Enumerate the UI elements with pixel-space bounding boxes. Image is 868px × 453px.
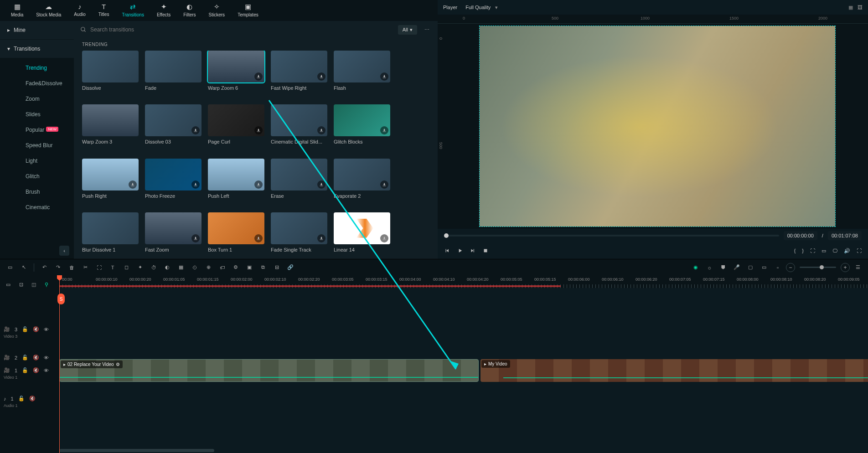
nav-tab-media[interactable]: ▦Media: [5, 2, 30, 18]
download-icon[interactable]: [380, 234, 388, 242]
track-head-audio1[interactable]: ♪1🔓🔇 Audio 1: [0, 392, 59, 410]
transition-card[interactable]: Linear 14: [334, 212, 390, 259]
play-button[interactable]: [457, 247, 463, 254]
nav-tab-effects[interactable]: ✦Effects: [150, 2, 177, 18]
mute-icon[interactable]: 🔇: [33, 355, 39, 360]
sidebar-item-light[interactable]: Light: [0, 153, 74, 169]
mark-out-button[interactable]: }: [802, 248, 804, 253]
tl-magnet-button[interactable]: ⚲: [42, 280, 51, 289]
search-box[interactable]: [80, 26, 393, 33]
transition-thumb[interactable]: [145, 159, 202, 190]
timer-button[interactable]: ⏲: [189, 262, 200, 273]
mask-button[interactable]: ◻: [121, 262, 132, 273]
transition-card[interactable]: Push Right: [82, 159, 139, 205]
speed-button[interactable]: ⏱: [148, 262, 159, 273]
select-tool[interactable]: ▭: [5, 262, 16, 273]
transition-card[interactable]: Erase: [271, 159, 327, 205]
download-icon[interactable]: [317, 180, 326, 189]
slider-handle[interactable]: S: [57, 293, 65, 304]
transition-thumb[interactable]: [271, 104, 327, 136]
more-menu[interactable]: ⋯: [423, 25, 431, 35]
display-icon[interactable]: 🖵: [832, 248, 837, 253]
download-icon[interactable]: [191, 180, 200, 189]
settings-icon[interactable]: ☼: [704, 262, 715, 273]
cut-button[interactable]: ✂: [80, 262, 91, 273]
crop-icon[interactable]: ⛶: [810, 248, 815, 253]
search-input[interactable]: [90, 26, 393, 33]
pointer-tool[interactable]: ↖: [18, 262, 29, 273]
lock-icon[interactable]: 🔓: [22, 326, 28, 332]
mute-icon[interactable]: 🔇: [33, 326, 39, 332]
transition-card[interactable]: Box Turn 1: [208, 212, 264, 259]
transition-thumb[interactable]: [145, 51, 202, 82]
transition-thumb[interactable]: [334, 212, 390, 244]
stabilize-button[interactable]: ▦: [176, 262, 186, 273]
download-icon[interactable]: [191, 234, 200, 242]
clip-replace-your-video[interactable]: ▸02 Replace Your Video⚙: [59, 359, 479, 382]
eye-icon[interactable]: 👁: [44, 327, 49, 332]
shield-icon[interactable]: ⛊: [718, 262, 728, 273]
lock-icon[interactable]: 🔓: [18, 396, 25, 402]
eye-icon[interactable]: 👁: [44, 355, 49, 360]
sidebar-item-glitch[interactable]: Glitch: [0, 169, 74, 184]
sidebar-item-cinematic[interactable]: Cinematic: [0, 200, 74, 215]
timeline-ruler[interactable]: 00:0000:00:00:1000:00:00:2000:00:01:0500…: [59, 275, 868, 288]
volume-icon[interactable]: 🔊: [844, 248, 850, 254]
track-head-video3[interactable]: 🎥3🔓🔇👁 Video 3: [0, 323, 59, 351]
transition-thumb[interactable]: [82, 212, 139, 244]
tl-view1-button[interactable]: ▭: [4, 280, 13, 289]
nav-tab-filters[interactable]: ◐Filters: [177, 2, 202, 18]
zoom-in-button[interactable]: +: [841, 263, 850, 272]
transition-card[interactable]: Glitch Blocks: [334, 104, 390, 151]
sidebar-collapse-button[interactable]: ‹: [59, 246, 69, 256]
mute-icon[interactable]: 🔇: [33, 367, 39, 373]
download-icon[interactable]: [317, 126, 326, 134]
download-icon[interactable]: [380, 180, 388, 189]
scrub-handle[interactable]: [444, 233, 449, 238]
transition-card[interactable]: Dissolve 03: [145, 104, 202, 151]
grid-view-icon[interactable]: ▦: [848, 5, 853, 10]
focus-button[interactable]: ⊕: [203, 262, 214, 273]
stop-button[interactable]: [482, 247, 489, 254]
transition-thumb[interactable]: [208, 159, 264, 190]
sidebar-item-speedblur[interactable]: Speed Blur: [0, 138, 74, 153]
transition-thumb[interactable]: [82, 104, 139, 136]
transition-card[interactable]: Warp Zoom 3: [82, 104, 139, 151]
nav-tab-templates[interactable]: ▣Templates: [231, 2, 265, 18]
mark-in-button[interactable]: {: [794, 248, 796, 253]
dual-icon[interactable]: ▫: [772, 262, 783, 273]
tl-view3-button[interactable]: ◫: [29, 280, 38, 289]
transition-thumb[interactable]: [145, 104, 202, 136]
scrub-track[interactable]: [444, 235, 779, 237]
download-icon[interactable]: [254, 126, 263, 134]
transition-card[interactable]: Page Curl: [208, 104, 264, 151]
lock-icon[interactable]: 🔓: [22, 355, 28, 360]
track-audio1[interactable]: [59, 385, 868, 412]
text-button[interactable]: T: [107, 262, 118, 273]
screen-icon[interactable]: ▭: [822, 248, 826, 254]
sidebar-item-slides[interactable]: Slides: [0, 107, 74, 122]
next-button[interactable]: [470, 247, 476, 254]
transition-thumb[interactable]: [208, 212, 264, 244]
download-icon[interactable]: [380, 126, 388, 134]
transition-thumb[interactable]: [271, 212, 327, 244]
sidebar-item-popular[interactable]: PopularNEW: [0, 122, 74, 138]
transition-card[interactable]: Blur Dissolve 1: [82, 212, 139, 259]
link-button[interactable]: 🔗: [285, 262, 296, 273]
nav-tab-stock-media[interactable]: ☁Stock Media: [30, 2, 67, 18]
download-icon[interactable]: [317, 72, 326, 81]
transition-thumb[interactable]: [271, 51, 327, 82]
sidebar-item-brush[interactable]: Brush: [0, 184, 74, 200]
nav-tab-stickers[interactable]: ✧Stickers: [202, 2, 232, 18]
crop-button[interactable]: ⛶: [93, 262, 104, 273]
quality-dropdown[interactable]: Full Quality: [465, 4, 499, 11]
delete-button[interactable]: 🗑: [66, 262, 77, 273]
transition-thumb[interactable]: [334, 104, 390, 136]
mute-icon[interactable]: 🔇: [29, 396, 36, 402]
transition-card[interactable]: Push Left: [208, 159, 264, 205]
zoom-slider[interactable]: [800, 267, 836, 268]
snap-button[interactable]: ⊟: [271, 262, 282, 273]
transition-card[interactable]: Flash: [334, 51, 390, 97]
nav-tab-titles[interactable]: TTitles: [92, 2, 116, 18]
board-icon[interactable]: ▢: [745, 262, 756, 273]
